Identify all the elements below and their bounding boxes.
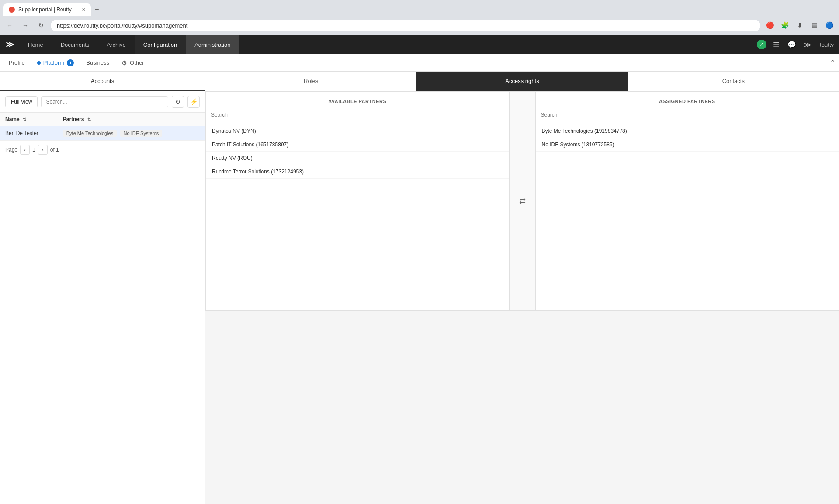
cell-partners: Byte Me Technologies No IDE Systems [58, 126, 205, 141]
nav-items: Home Documents Archive Configuration Adm… [19, 35, 757, 54]
sub-nav-item-profile[interactable]: Profile [3, 56, 30, 70]
available-partners-list: Dynatos NV (DYN) Patch IT Solutions (165… [206, 124, 509, 179]
refresh-button[interactable]: ↻ [172, 96, 184, 108]
transfer-button-container: ⇄ [510, 92, 536, 310]
col-name-header[interactable]: Name ⇅ [0, 113, 58, 126]
nav-item-archive[interactable]: Archive [98, 35, 134, 54]
tab-close-button[interactable]: ✕ [82, 7, 86, 13]
table-header-row: Name ⇅ Partners ⇅ [0, 113, 205, 126]
available-partners-header: AVAILABLE PARTNERS [206, 92, 509, 107]
tab-title: Supplier portal | Routty [18, 7, 78, 13]
list-item[interactable]: Routty NV (ROU) [206, 152, 509, 165]
table-row[interactable]: Ben De Tester Byte Me Technologies No ID… [0, 126, 205, 141]
tab-favicon [9, 7, 15, 13]
right-panel: Roles Access rights Contacts AVAILABLE P… [205, 72, 839, 504]
address-bar[interactable] [51, 20, 760, 31]
available-partners-search-container [206, 107, 509, 124]
accounts-table: Name ⇅ Partners ⇅ Ben De Tester [0, 113, 205, 141]
list-item[interactable]: Byte Me Technologies (1919834778) [536, 124, 839, 138]
platform-active-dot [37, 61, 41, 65]
col-partners-header[interactable]: Partners ⇅ [58, 113, 205, 126]
name-sort-icon: ⇅ [23, 117, 26, 122]
tab-bar: Supplier portal | Routty ✕ + [0, 0, 839, 16]
sub-nav-item-platform[interactable]: Platform i [32, 56, 79, 70]
filter-button[interactable]: ⚡ [187, 96, 200, 108]
profile-button[interactable]: 🔵 [823, 19, 836, 31]
forward-button[interactable]: → [19, 19, 31, 31]
nav-item-documents[interactable]: Documents [52, 35, 98, 54]
partners-sort-icon: ⇅ [87, 117, 91, 122]
nav-item-administration[interactable]: Administration [186, 35, 239, 54]
nav-item-home[interactable]: Home [19, 35, 52, 54]
new-tab-button[interactable]: + [91, 3, 103, 16]
sub-nav-item-business[interactable]: Business [81, 56, 114, 70]
assigned-partners-list: Byte Me Technologies (1919834778) No IDE… [536, 124, 839, 152]
panel-tabs: Accounts [0, 72, 205, 91]
accounts-search-input[interactable] [41, 96, 168, 107]
tab-access-rights[interactable]: Access rights [416, 72, 628, 91]
assigned-partners-header: ASSIGNED PARTNERS [536, 92, 839, 107]
list-item[interactable]: Runtime Terror Solutions (1732124953) [206, 165, 509, 179]
list-item[interactable]: Dynatos NV (DYN) [206, 124, 509, 138]
assigned-partners-search[interactable] [541, 110, 834, 120]
browser-controls: ← → ↻ 🔴 🧩 ⬇ ▤ 🔵 [0, 16, 839, 35]
tab-roles[interactable]: Roles [205, 72, 416, 91]
panel-toolbar: Full View ↻ ⚡ [0, 91, 205, 113]
sidebar-button[interactable]: ▤ [808, 19, 821, 31]
reload-button[interactable]: ↻ [35, 19, 47, 31]
partner-tag: No IDE Systems [120, 130, 163, 137]
sub-nav: Profile Platform i Business ⚙ Other ⌃ [0, 54, 839, 72]
assigned-partners-col: ASSIGNED PARTNERS Byte Me Technologies (… [536, 92, 839, 310]
routty-icon-button[interactable]: ≫ [801, 38, 814, 51]
transfer-button[interactable]: ⇄ [514, 193, 530, 209]
platform-info-icon[interactable]: i [67, 59, 74, 66]
prev-page-button[interactable]: ‹ [20, 145, 30, 155]
right-panel-tabs: Roles Access rights Contacts [205, 72, 839, 91]
assigned-partners-search-container [536, 107, 839, 124]
partners-container: AVAILABLE PARTNERS Dynatos NV (DYN) Patc… [206, 92, 839, 310]
nav-logo[interactable]: ≫ [0, 35, 19, 54]
extensions-puzzle[interactable]: 🧩 [779, 19, 791, 31]
status-indicator: ✓ [757, 40, 766, 49]
back-button[interactable]: ← [3, 19, 16, 31]
chat-icon-button[interactable]: 💬 [786, 38, 798, 51]
browser-chrome: Supplier portal | Routty ✕ + ← → ↻ 🔴 🧩 ⬇… [0, 0, 839, 504]
other-gear-icon: ⚙ [121, 59, 127, 66]
full-view-button[interactable]: Full View [5, 96, 38, 107]
sub-nav-item-other[interactable]: ⚙ Other [116, 56, 149, 70]
pagination: Page ‹ 1 › of 1 [0, 141, 205, 159]
browser-actions: 🔴 🧩 ⬇ ▤ 🔵 [764, 19, 836, 31]
collapse-button[interactable]: ⌃ [830, 59, 836, 67]
current-page: 1 [32, 147, 35, 153]
available-partners-col: AVAILABLE PARTNERS Dynatos NV (DYN) Patc… [206, 92, 510, 310]
access-rights-content: AVAILABLE PARTNERS Dynatos NV (DYN) Patc… [205, 91, 839, 311]
nav-item-configuration[interactable]: Configuration [135, 35, 186, 54]
nav-right: ✓ ☰ 💬 ≫ Routty [757, 38, 839, 51]
main-content: Accounts Full View ↻ ⚡ Name ⇅ [0, 72, 839, 504]
tab-contacts[interactable]: Contacts [628, 72, 839, 91]
app: ≫ Home Documents Archive Configuration A… [0, 35, 839, 504]
next-page-button[interactable]: › [38, 145, 48, 155]
tab-accounts[interactable]: Accounts [0, 72, 205, 91]
extensions-button[interactable]: 🔴 [764, 19, 776, 31]
partner-tag: Byte Me Technologies [63, 130, 117, 137]
left-panel: Accounts Full View ↻ ⚡ Name ⇅ [0, 72, 205, 504]
browser-tab[interactable]: Supplier portal | Routty ✕ [3, 3, 91, 16]
user-name: Routty [817, 41, 834, 48]
list-icon-button[interactable]: ☰ [770, 38, 782, 51]
list-item[interactable]: No IDE Systems (1310772585) [536, 138, 839, 152]
available-partners-search[interactable] [211, 110, 504, 120]
top-nav: ≫ Home Documents Archive Configuration A… [0, 35, 839, 54]
list-item[interactable]: Patch IT Solutions (1651785897) [206, 138, 509, 152]
download-button[interactable]: ⬇ [794, 19, 806, 31]
cell-name: Ben De Tester [0, 126, 58, 141]
